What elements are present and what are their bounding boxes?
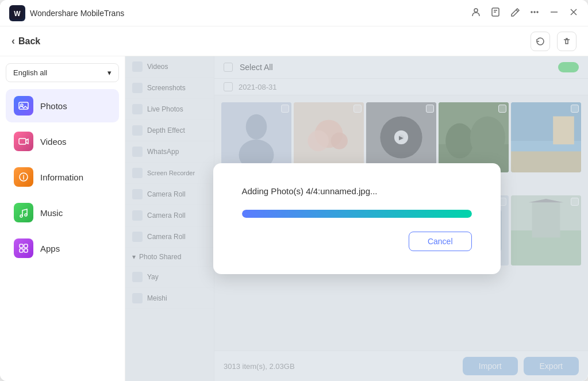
edit-icon[interactable]	[510, 7, 520, 20]
back-button[interactable]: ‹ Back	[11, 35, 40, 47]
svg-point-6	[537, 11, 538, 13]
language-selector[interactable]: English all ▾	[6, 63, 119, 82]
photos-icon	[14, 96, 33, 116]
sidebar-item-music-label: Music	[40, 208, 63, 218]
cancel-button[interactable]: Cancel	[409, 232, 472, 251]
app-window: W Wondershare MobileTrans	[0, 0, 588, 381]
svg-text:W: W	[14, 10, 21, 18]
language-label: English all	[13, 68, 47, 77]
information-icon	[14, 167, 33, 187]
minimize-icon[interactable]	[549, 7, 559, 20]
back-label: Back	[18, 36, 40, 47]
app-title: Wondershare MobileTrans	[30, 9, 124, 18]
title-bar-controls	[471, 7, 579, 20]
sidebar-item-photos[interactable]: Photos	[6, 89, 119, 122]
svg-rect-17	[24, 244, 28, 248]
bookmark-icon[interactable]	[490, 7, 501, 20]
sidebar-item-videos[interactable]: Videos	[6, 125, 119, 158]
svg-point-15	[25, 214, 27, 216]
sidebar-item-music[interactable]: Music	[6, 196, 119, 229]
sidebar-item-apps[interactable]: Apps	[6, 232, 119, 265]
title-bar-left: W Wondershare MobileTrans	[9, 5, 471, 21]
svg-point-4	[531, 11, 532, 13]
sidebar: English all ▾ Photos	[0, 56, 125, 381]
sidebar-item-photos-label: Photos	[40, 101, 67, 111]
videos-icon	[14, 132, 33, 151]
close-icon[interactable]	[568, 7, 579, 20]
main-layout: English all ▾ Photos	[0, 56, 588, 381]
header-bar: ‹ Back	[0, 26, 588, 56]
sidebar-item-information-label: Information	[40, 172, 83, 182]
refresh-button[interactable]	[531, 32, 550, 51]
chevron-down-icon: ▾	[107, 68, 112, 77]
progress-bar-fill	[242, 210, 472, 218]
svg-rect-19	[24, 249, 28, 252]
sidebar-item-apps-label: Apps	[40, 244, 60, 253]
app-icon: W	[9, 5, 25, 21]
svg-rect-12	[19, 138, 26, 144]
content-area: Videos Screenshots Live Photos Depth Eff…	[125, 56, 588, 381]
modal-overlay: Adding Photo(s) 4/4:unnamed.jpg... Cance…	[125, 56, 588, 381]
svg-point-2	[474, 9, 478, 12]
menu-icon[interactable]	[529, 7, 540, 20]
svg-point-5	[534, 11, 535, 13]
svg-rect-18	[20, 249, 23, 252]
progress-bar-container	[242, 210, 472, 218]
sidebar-item-videos-label: Videos	[40, 137, 67, 147]
delete-button[interactable]	[557, 32, 577, 51]
modal-message: Adding Photo(s) 4/4:unnamed.jpg...	[242, 186, 378, 196]
title-bar: W Wondershare MobileTrans	[0, 0, 588, 26]
modal-footer: Cancel	[242, 232, 472, 251]
svg-point-14	[20, 215, 22, 217]
modal-dialog: Adding Photo(s) 4/4:unnamed.jpg... Cance…	[213, 163, 501, 274]
sidebar-item-information[interactable]: Information	[6, 160, 119, 194]
header-actions	[531, 32, 577, 51]
apps-icon	[14, 238, 33, 258]
account-icon[interactable]	[471, 7, 481, 20]
back-arrow-icon: ‹	[11, 35, 15, 47]
svg-rect-16	[20, 244, 23, 248]
music-icon	[14, 203, 33, 222]
